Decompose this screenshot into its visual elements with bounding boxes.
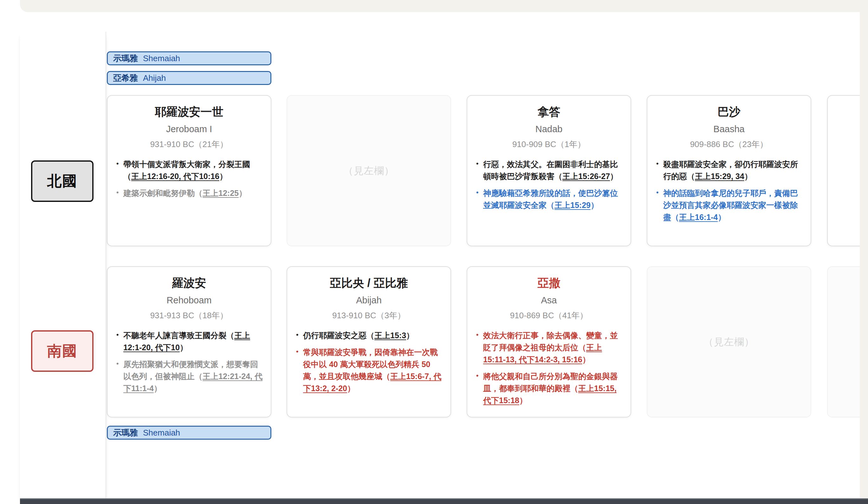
scripture-ref-link[interactable]: 王上15:6-7, 代下13:2, 2-20 xyxy=(303,372,441,393)
king-card-nadab: 拿答Nadab910-909 BC（1年）行惡，效法其父。在圍困非利士的基比頓時… xyxy=(467,95,631,246)
king-note: 不聽老年人諫言導致王國分裂（王上12:1-20, 代下10） xyxy=(116,329,262,353)
king-note: 行惡，效法其父。在圍困非利士的基比頓時被巴沙背叛殺害（王上15:26-27） xyxy=(476,158,622,182)
king-card-rehoboam: 羅波安Rehoboam931-913 BC（18年）不聽老年人諫言導致王國分裂（… xyxy=(107,266,271,418)
king-note: 原先招聚猶大和便雅憫支派，想要奪回以色列，但被神阻止（王上12:21-24, 代… xyxy=(116,358,262,394)
king-name-en: Asa xyxy=(476,295,622,306)
scripture-ref-link[interactable]: 王上15:3 xyxy=(374,331,406,340)
scripture-ref-link[interactable]: 王上12:16-20, 代下10:16 xyxy=(131,172,219,181)
king-reign-dates: 910-909 BC（1年） xyxy=(476,139,622,150)
king-note: 常與耶羅波安爭戰，因倚靠神在一次戰役中以 40 萬大軍殺死以色列精兵 50 萬，… xyxy=(296,346,442,394)
prophet-pill-shemaiah-bottom[interactable]: 示瑪雅 Shemaiah xyxy=(107,426,271,440)
prophet-pill-ahijah[interactable]: 亞希雅 Ahijah xyxy=(107,71,271,85)
prophet-name-en: Ahijah xyxy=(143,73,166,83)
north-kingdom-label: 北國 xyxy=(31,161,94,202)
king-card-see-left: （見左欄） xyxy=(287,95,451,246)
king-notes: 殺盡耶羅波安全家，卻仍行耶羅波安所行的惡（王上15:29, 34）神的話臨到哈拿… xyxy=(655,158,802,223)
king-reign-dates: 931-913 BC（18年） xyxy=(116,310,262,321)
scripture-ref-link[interactable]: 王上15:11-13, 代下14:2-3, 15:16 xyxy=(483,343,602,364)
king-note: 神的話臨到哈拿尼的兒子耶戶，責備巴沙並預言其家必像耶羅波安家一樣被除盡（王上16… xyxy=(655,187,802,223)
see-left-column-note: （見左欄） xyxy=(344,164,394,177)
king-reign-dates: 913-910 BC（3年） xyxy=(296,310,442,321)
left-sticky-column xyxy=(20,32,106,498)
king-note: 建築示劍和毗努伊勒（王上12:25） xyxy=(116,187,262,199)
king-notes: 帶領十個支派背叛大衛家，分裂王國（王上12:16-20, 代下10:16）建築示… xyxy=(116,158,262,199)
scripture-ref-link[interactable]: 王上12:21-24, 代下11:1-4 xyxy=(123,372,262,393)
king-note: 將他父親和自己所分別為聖的金銀與器皿，都奉到耶和華的殿裡（王上15:15, 代下… xyxy=(476,370,622,407)
king-notes: 仍行耶羅波安之惡（王上15:3）常與耶羅波安爭戰，因倚靠神在一次戰役中以 40 … xyxy=(296,329,442,394)
prophet-name-en: Shemaiah xyxy=(143,428,180,438)
prophet-pill-shemaiah-top[interactable]: 示瑪雅 Shemaiah xyxy=(107,51,271,65)
scripture-ref-link[interactable]: 王上15:15, 代下15:18 xyxy=(483,384,617,405)
king-reign-dates: 910-869 BC（41年） xyxy=(476,310,622,321)
scripture-ref-link[interactable]: 王上12:25 xyxy=(203,188,239,197)
king-name-zh: 巴沙 xyxy=(655,105,802,120)
king-name-en: Nadab xyxy=(476,124,622,134)
king-notes: 不聽老年人諫言導致王國分裂（王上12:1-20, 代下10）原先招聚猶大和便雅憫… xyxy=(116,329,262,394)
king-note: 神應驗藉亞希雅所說的話，使巴沙篡位並滅耶羅波安全家（王上15:29） xyxy=(476,187,622,211)
king-card-see-left: （見左欄） xyxy=(647,266,811,418)
prophet-name-zh: 示瑪雅 xyxy=(113,53,138,64)
prophet-name-zh: 亞希雅 xyxy=(113,73,138,84)
bottom-scrollbar[interactable] xyxy=(20,498,868,504)
scripture-ref-link[interactable]: 王上16:1-4 xyxy=(679,213,718,222)
king-reign-dates: 931-910 BC（21年） xyxy=(116,139,262,150)
see-left-column-note: （見左欄） xyxy=(704,335,755,349)
king-name-en: Rehoboam xyxy=(116,295,262,306)
king-note: 仍行耶羅波安之惡（王上15:3） xyxy=(296,329,442,341)
south-kingdom-label: 南國 xyxy=(31,330,94,372)
scripture-ref-link[interactable]: 王上15:26-27 xyxy=(562,172,610,181)
prophet-name-zh: 示瑪雅 xyxy=(113,427,138,439)
king-note: 效法大衛行正事，除去偶像、變童，並貶了拜偶像之祖母的太后位（王上15:11-13… xyxy=(476,329,622,366)
king-name-zh: 拿答 xyxy=(476,105,622,120)
king-notes: 行惡，效法其父。在圍困非利士的基比頓時被巴沙背叛殺害（王上15:26-27）神應… xyxy=(476,158,622,211)
king-name-zh: 亞比央 / 亞比雅 xyxy=(296,276,442,291)
king-note: 帶領十個支派背叛大衛家，分裂王國（王上12:16-20, 代下10:16） xyxy=(116,158,262,182)
right-edge-strip xyxy=(860,0,868,498)
king-name-zh: 羅波安 xyxy=(116,276,262,291)
scripture-ref-link[interactable]: 王上15:29, 34 xyxy=(695,172,744,181)
top-bar xyxy=(20,0,868,12)
king-name-en: Baasha xyxy=(655,124,802,134)
king-reign-dates: 909-886 BC（23年） xyxy=(655,139,802,150)
kings-timeline-chart: 北國 南國 示瑪雅 Shemaiah 亞希雅 Ahijah 示瑪雅 Shemai… xyxy=(0,0,868,504)
king-card-abijah: 亞比央 / 亞比雅Abijah913-910 BC（3年）仍行耶羅波安之惡（王上… xyxy=(287,266,451,418)
king-note: 殺盡耶羅波安全家，卻仍行耶羅波安所行的惡（王上15:29, 34） xyxy=(655,158,802,182)
king-card-jeroboam-i: 耶羅波安一世Jeroboam I931-910 BC（21年）帶領十個支派背叛大… xyxy=(107,95,271,246)
prophet-name-en: Shemaiah xyxy=(143,54,180,63)
scripture-ref-link[interactable]: 王上15:29 xyxy=(555,200,591,209)
king-card-baasha: 巴沙Baasha909-886 BC（23年）殺盡耶羅波安全家，卻仍行耶羅波安所… xyxy=(647,95,811,246)
king-name-zh: 耶羅波安一世 xyxy=(116,105,262,120)
king-name-zh: 亞撒 xyxy=(476,276,622,291)
king-card-asa: 亞撒Asa910-869 BC（41年）效法大衛行正事，除去偶像、變童，並貶了拜… xyxy=(467,266,631,418)
king-notes: 效法大衛行正事，除去偶像、變童，並貶了拜偶像之祖母的太后位（王上15:11-13… xyxy=(476,329,622,407)
scripture-ref-link[interactable]: 王上12:1-20, 代下10 xyxy=(123,331,250,352)
king-name-en: Jeroboam I xyxy=(116,124,262,134)
king-name-en: Abijah xyxy=(296,295,442,306)
